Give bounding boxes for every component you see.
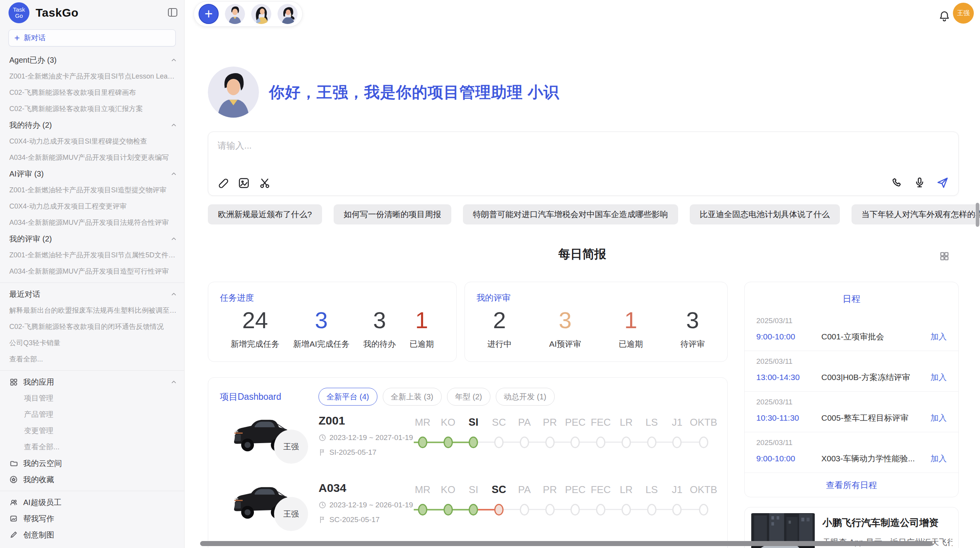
sidebar-item[interactable]: C0X4-动力总成开发项目工程变更评审 bbox=[0, 198, 184, 214]
sidebar-sub-item[interactable]: 项目管理 bbox=[0, 390, 184, 406]
phone-icon[interactable] bbox=[891, 176, 903, 189]
new-chat-button[interactable]: + 新对话 bbox=[9, 29, 176, 46]
schedule-meeting-title: X003-车辆动力学性能验... bbox=[821, 453, 925, 464]
project-code: Z001 bbox=[319, 414, 411, 427]
sidebar-sub-item[interactable]: 产品管理 bbox=[0, 406, 184, 423]
milestone-dot bbox=[469, 504, 478, 515]
milestone: FEC bbox=[588, 416, 613, 462]
attachment-icon[interactable] bbox=[217, 177, 229, 189]
schedule-time: 9:00-10:00 bbox=[756, 454, 821, 463]
microphone-icon[interactable] bbox=[913, 176, 926, 189]
sidebar-item-creative-drawing[interactable]: 创意制图 bbox=[0, 527, 184, 543]
dashboard-tab[interactable]: 全新上装 (3) bbox=[383, 388, 442, 406]
section-header[interactable]: 我的待办 (2) bbox=[0, 117, 184, 133]
notification-bell-icon[interactable] bbox=[938, 10, 951, 22]
vertical-scrollbar-thumb[interactable] bbox=[976, 203, 979, 227]
milestone-dot bbox=[520, 437, 529, 448]
sidebar-item[interactable]: 公司Q3轻卡销量 bbox=[0, 335, 184, 351]
sidebar-item-my-apps[interactable]: 我的应用 bbox=[0, 374, 184, 390]
suggestion-chip[interactable]: 欧洲新规最近颁布了什么? bbox=[208, 204, 322, 224]
horizontal-scrollbar-thumb[interactable] bbox=[200, 541, 933, 546]
sidebar-item[interactable]: Z001-全新燃油轻卡产品开发项目SI节点属性5D文件评审 bbox=[0, 247, 184, 263]
sidebar-item-write-helper[interactable]: 帮我写作 bbox=[0, 510, 184, 527]
sidebar-collapse-icon[interactable] bbox=[167, 7, 178, 18]
schedule-footer: 查看所有日程 bbox=[745, 473, 958, 498]
sidebar-item[interactable]: C02-飞腾新能源轻客改款项目里程碑画布 bbox=[0, 84, 184, 101]
project-row[interactable]: 王强 A034 2023-12-19 ~ 2026-01-19 SC-2025-… bbox=[208, 479, 727, 540]
milestone-label: MR bbox=[415, 416, 430, 429]
project-info: Z001 2023-12-19 ~ 2027-01-19 SI-2025-05-… bbox=[319, 414, 411, 457]
agent-avatar-1[interactable] bbox=[225, 4, 245, 24]
section-header[interactable]: Agent已办 (3) bbox=[0, 52, 184, 68]
suggestion-chips: 欧洲新规最近颁布了什么?如何写一份清晰的项目周报特朗普可能对进口汽车增税会对中国… bbox=[208, 204, 980, 224]
milestone-dot bbox=[571, 437, 580, 448]
schedule-row: 10:30-11:30 C005-整车工程目标评审 加入 bbox=[756, 413, 947, 423]
milestone: PEC bbox=[563, 416, 588, 462]
milestone: PEC bbox=[563, 483, 588, 529]
dashboard-title: 项目Dashboard bbox=[220, 391, 281, 403]
sidebar-item[interactable]: C02-飞腾新能源轻客改款项目立项汇报方案 bbox=[0, 101, 184, 117]
plus-icon: + bbox=[204, 6, 212, 22]
join-link[interactable]: 加入 bbox=[930, 453, 947, 464]
join-link[interactable]: 加入 bbox=[930, 331, 947, 342]
sidebar-item-favorites[interactable]: 我的收藏 bbox=[0, 471, 184, 488]
section-label: 最近对话 bbox=[9, 289, 40, 300]
sidebar-item[interactable]: C02-飞腾新能源轻客改款项目的闭环通告反馈情况 bbox=[0, 319, 184, 335]
layout-grid-icon[interactable] bbox=[939, 251, 950, 262]
stat-label: 待评审 bbox=[680, 339, 705, 349]
schedule-meeting-title: C005-整车工程目标评审 bbox=[821, 413, 925, 423]
milestone-dot bbox=[444, 437, 453, 448]
scissors-icon[interactable] bbox=[259, 177, 271, 189]
milestone: SC bbox=[486, 483, 512, 529]
stat: 3 待评审 bbox=[680, 308, 705, 349]
sidebar-item[interactable]: A034-全新新能源MUV产品开发项目计划变更表编写 bbox=[0, 149, 184, 166]
sidebar-item[interactable]: A034-全新新能源MUV产品开发项目法规符合性评审 bbox=[0, 214, 184, 231]
sidebar-item[interactable]: 解释最新出台的欧盟报废车法规再生塑料比例被调至15%... bbox=[0, 302, 184, 319]
chevron-up-icon bbox=[170, 235, 177, 242]
sidebar-sub-item[interactable]: 查看全部... bbox=[0, 439, 184, 455]
milestone-dot bbox=[494, 437, 504, 448]
image-icon[interactable] bbox=[238, 177, 250, 189]
suggestion-chip[interactable]: 当下年轻人对汽车外观有怎样的喜好趋势 bbox=[852, 204, 980, 224]
logo-text-bottom: Go bbox=[15, 13, 23, 19]
milestone-label: OKTB bbox=[690, 416, 717, 429]
sidebar-sub-item[interactable]: 变更管理 bbox=[0, 423, 184, 439]
dashboard-tab[interactable]: 动总开发 (1) bbox=[496, 388, 555, 406]
creative-drawing-label: 创意制图 bbox=[23, 530, 54, 540]
user-avatar[interactable]: 王强 bbox=[953, 3, 974, 24]
milestone-dot bbox=[647, 504, 656, 515]
view-all-schedule-link[interactable]: 查看所有日程 bbox=[826, 480, 877, 491]
join-link[interactable]: 加入 bbox=[930, 372, 947, 383]
section-header[interactable]: AI评审 (3) bbox=[0, 166, 184, 182]
sidebar-item-cloud-space[interactable]: 我的云空间 bbox=[0, 455, 184, 471]
suggestion-chip[interactable]: 特朗普可能对进口汽车增税会对中国车企造成哪些影响 bbox=[463, 204, 678, 224]
section-header[interactable]: 我的评审 (2) bbox=[0, 231, 184, 247]
dashboard-tab[interactable]: 全新平台 (4) bbox=[319, 388, 377, 406]
join-link[interactable]: 加入 bbox=[930, 413, 947, 423]
milestone-dot bbox=[418, 437, 427, 448]
send-icon[interactable] bbox=[936, 176, 949, 189]
photo-icon bbox=[9, 514, 18, 523]
agent-avatar-2[interactable] bbox=[251, 4, 271, 24]
sidebar-item[interactable]: Z001-全新燃油轻卡产品开发项目SI造型提交物评审 bbox=[0, 182, 184, 198]
sidebar-item[interactable]: A034-全新新能源MUV产品开发项目造型可行性评审 bbox=[0, 263, 184, 279]
section-my-apps: 我的应用 项目管理产品管理变更管理查看全部... bbox=[0, 374, 184, 455]
sidebar-item[interactable]: Z001-全新燃油皮卡产品开发项目SI节点Lesson Learn报告 bbox=[0, 68, 184, 84]
milestone-label: KO bbox=[441, 483, 456, 496]
milestone-label: MR bbox=[415, 483, 430, 496]
suggestion-chip[interactable]: 如何写一份清晰的项目周报 bbox=[334, 204, 451, 224]
milestone-label: OKTB bbox=[690, 483, 717, 496]
add-agent-button[interactable]: + bbox=[199, 4, 219, 24]
section-header[interactable]: 最近对话 bbox=[0, 286, 184, 302]
chevron-up-icon bbox=[170, 57, 177, 63]
sidebar-item[interactable]: 查看全部... bbox=[0, 351, 184, 367]
dashboard-header: 项目Dashboard 全新平台 (4)全新上装 (3)年型 (2)动总开发 (… bbox=[208, 378, 727, 406]
message-input[interactable] bbox=[217, 139, 950, 168]
sidebar-item[interactable]: C0X4-动力总成开发项目SI里程碑提交物检查 bbox=[0, 133, 184, 149]
agent-avatar-3[interactable] bbox=[278, 4, 298, 24]
project-row[interactable]: 王强 Z001 2023-12-19 ~ 2027-01-19 SI-2025-… bbox=[208, 412, 727, 473]
dashboard-tab[interactable]: 年型 (2) bbox=[447, 388, 490, 406]
sidebar-item-ai-employee[interactable]: AI超级员工 bbox=[0, 494, 184, 510]
milestone-timeline: MR KO SI SC bbox=[410, 483, 717, 529]
suggestion-chip[interactable]: 比亚迪全固态电池计划具体说了什么 bbox=[690, 204, 840, 224]
